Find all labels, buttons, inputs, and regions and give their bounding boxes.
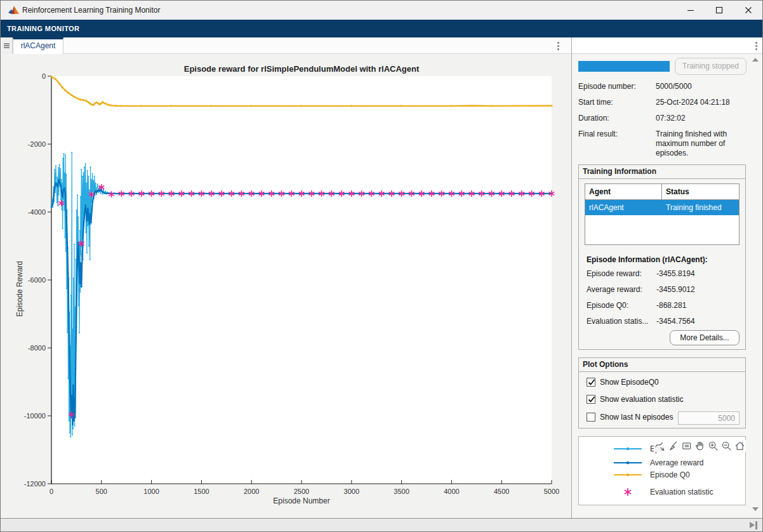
close-button[interactable] (738, 1, 759, 20)
svg-text:-2000: -2000 (28, 140, 46, 148)
show-episodeq0-checkbox[interactable] (587, 378, 595, 387)
table-row[interactable]: rlACAgent Training finished (585, 200, 739, 215)
table-header-row: Agent Status (585, 184, 739, 200)
show-last-n-episodes-label: Show last N episodes (600, 413, 673, 422)
last-n-episodes-input[interactable] (678, 411, 740, 425)
evaluation-statistic-legend-label: Evaluation statistic (650, 488, 713, 496)
status-column-header: Status (662, 184, 739, 199)
svg-text:500: 500 (96, 488, 107, 495)
show-evaluation-statistic-label: Show evaluation statistic (600, 395, 683, 404)
episode-number-value: 5000/5000 (656, 82, 692, 91)
chart-title: Episode reward for rlSimplePendulumModel… (51, 64, 552, 74)
legend-item-evaluation-statistic: Evaluation statistic (579, 486, 745, 498)
evaluation-statistic-label: Evaluation statis... (587, 317, 658, 326)
svg-text:-10000: -10000 (24, 412, 46, 420)
tab-list-button[interactable] (1, 37, 13, 54)
more-details-button[interactable]: More Details... (670, 330, 740, 345)
svg-text:0: 0 (50, 488, 53, 495)
legend-item-episode-q0: Episode Q0 (579, 469, 745, 481)
scroll-up-icon[interactable] (752, 58, 759, 62)
show-last-n-episodes-option[interactable]: Show last N episodes (587, 413, 673, 422)
episode-q0-legend-label: Episode Q0 (650, 470, 690, 479)
evaluation-statistic-marker-sample (613, 486, 643, 498)
brush-icon[interactable] (667, 440, 679, 452)
status-cell: Training finished (662, 200, 739, 215)
plot-options-section: Plot Options Show EpisodeQ0 Show evaluat… (578, 357, 746, 429)
panel-options-kebab-icon[interactable] (750, 39, 762, 52)
average-reward-label: Average reward: (587, 285, 658, 294)
document-tab-strip (1, 37, 571, 54)
final-result-value: Training finished with maximum number of… (656, 130, 751, 158)
tab-rlacagent[interactable]: rlACAgent (13, 37, 63, 54)
training-progress-bar-fill (578, 61, 670, 72)
start-time-value: 25-Oct-2024 04:21:18 (656, 98, 730, 107)
agent-status-table: Agent Status rlACAgent Training finished (585, 183, 740, 245)
plot-options-title: Plot Options (579, 358, 745, 372)
app-window: { "window": { "title": "Reinforcement Le… (0, 0, 763, 532)
episode-number-label: Episode number: (578, 82, 636, 91)
svg-text:2500: 2500 (294, 488, 309, 495)
zoom-out-icon[interactable] (720, 440, 733, 452)
svg-text:2000: 2000 (244, 488, 259, 495)
axes-toolbar (654, 440, 746, 452)
zoom-in-icon[interactable] (707, 440, 719, 452)
duration-value: 07:32:02 (656, 114, 686, 123)
final-result-label: Final result: (578, 130, 618, 138)
svg-text:4500: 4500 (494, 488, 509, 495)
episode-reward-line-sample (613, 443, 643, 455)
training-progress-header: Training Progress (572, 37, 763, 54)
episode-q0-value: -868.281 (656, 301, 686, 310)
start-time-label: Start time: (578, 98, 613, 107)
evaluation-statistic-value: -3454.7564 (656, 317, 695, 326)
svg-text:3500: 3500 (394, 488, 409, 495)
duration-label: Duration: (578, 114, 609, 123)
episode-information-title: Episode Information (rlACAgent): (587, 255, 708, 264)
episode-reward-label: Episode reward: (587, 269, 658, 278)
average-reward-legend-label: Average reward (650, 458, 704, 467)
scroll-right-end-icon[interactable] (750, 521, 759, 529)
show-evaluation-statistic-checkbox[interactable] (587, 395, 595, 404)
training-progress-bar (578, 61, 670, 72)
training-information-section: Training Information Agent Status rlACAg… (578, 164, 746, 350)
scroll-down-icon[interactable] (752, 507, 759, 511)
toolstrip: TRAINING MONITOR (1, 20, 763, 37)
svg-text:-8000: -8000 (28, 344, 46, 352)
training-stopped-button[interactable]: Training stopped (675, 58, 746, 75)
agent-column-header: Agent (585, 184, 662, 199)
svg-text:-6000: -6000 (28, 276, 46, 284)
agent-cell: rlACAgent (585, 200, 662, 215)
matlab-logo-icon (7, 4, 20, 16)
show-episodeq0-option[interactable]: Show EpisodeQ0 (587, 378, 659, 387)
reward-plot: 0500100015002000250030003500400045005000… (1, 54, 571, 517)
chart-panel: 0500100015002000250030003500400045005000… (1, 54, 571, 517)
restore-view-icon[interactable] (734, 440, 746, 452)
svg-text:1000: 1000 (143, 488, 159, 495)
pan-icon[interactable] (694, 440, 706, 452)
chart-ylabel: Episode Reward (15, 251, 24, 327)
svg-text:5000: 5000 (544, 488, 559, 495)
episode-q0-line-sample (613, 469, 643, 481)
legend-panel: Epis Average reward Episode Q0 Evaluatio… (578, 436, 746, 505)
training-information-title: Training Information (579, 165, 745, 179)
horizontal-scrollbar[interactable] (1, 518, 763, 532)
svg-text:1500: 1500 (194, 488, 209, 495)
svg-text:4000: 4000 (444, 488, 459, 495)
minimize-button[interactable] (680, 1, 701, 20)
title-bar: Reinforcement Learning Training Monitor (1, 1, 763, 20)
export-icon[interactable] (654, 440, 666, 452)
toolstrip-tab-training-monitor[interactable]: TRAINING MONITOR (7, 20, 79, 37)
average-reward-value: -3455.9012 (656, 285, 695, 294)
tab-options-kebab-icon[interactable] (552, 39, 564, 52)
svg-text:0: 0 (42, 72, 46, 80)
chart-xlabel: Episode Number (51, 496, 552, 505)
svg-text:-4000: -4000 (28, 208, 46, 216)
maximize-button[interactable] (708, 1, 730, 20)
show-last-n-episodes-checkbox[interactable] (587, 413, 595, 422)
show-evaluation-statistic-option[interactable]: Show evaluation statistic (587, 395, 683, 404)
average-reward-line-sample (613, 457, 643, 469)
tab-list-icon (4, 43, 10, 50)
svg-text:3000: 3000 (344, 488, 359, 495)
datatips-icon[interactable] (680, 440, 693, 452)
episode-reward-value: -3455.8194 (656, 269, 695, 278)
episode-q0-label: Episode Q0: (587, 301, 658, 310)
